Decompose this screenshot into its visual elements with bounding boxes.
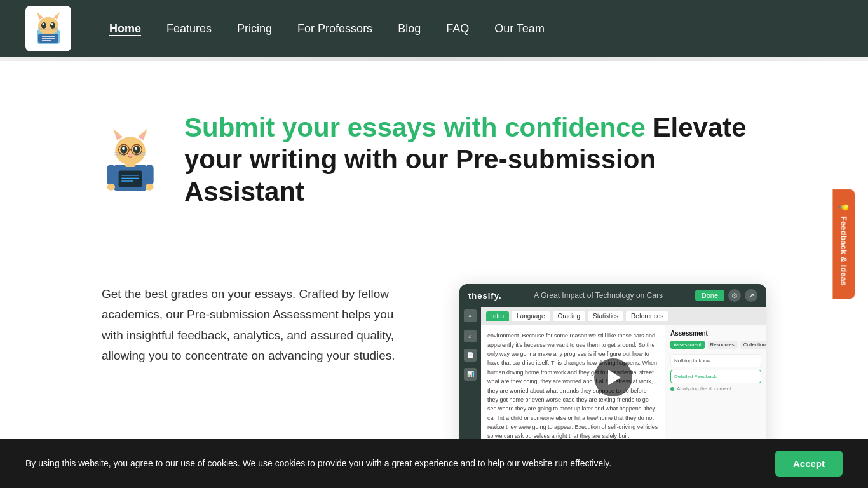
panel-title: Assessment [670, 330, 761, 337]
navigation: Home Features Pricing For Professors Blo… [0, 0, 868, 57]
nav-link-features[interactable]: Features [166, 22, 212, 35]
content-left: Get the best grades on your essays. Craf… [102, 284, 409, 385]
sidebar-icon-1[interactable]: ≡ [464, 309, 477, 322]
nav-link-home[interactable]: Home [109, 22, 141, 35]
svg-point-2 [38, 17, 58, 35]
svg-point-10 [51, 23, 53, 25]
nav-link-pricing[interactable]: Pricing [237, 22, 272, 35]
hero-heading-green: Submit your essays with confidence [184, 112, 646, 142]
nav-item-pricing[interactable]: Pricing [237, 22, 272, 36]
panel-item-1: Nothing to know [670, 354, 761, 367]
svg-point-30 [115, 137, 146, 165]
hero-section: Submit your essays with confidence Eleva… [0, 61, 868, 246]
nav-item-features[interactable]: Features [166, 22, 212, 36]
nav-link-faq[interactable]: FAQ [446, 22, 469, 35]
app-bar: thesify. A Great Impact of Technology on… [459, 284, 766, 307]
hero-text: Submit your essays with confidence Eleva… [184, 112, 766, 208]
panel-tab-resources[interactable]: Resources [707, 341, 738, 349]
cookie-text: By using this website, you agree to our … [25, 457, 750, 470]
app-tabs: Intro Language Grading Statistics Refere… [481, 307, 766, 325]
analyze-dot [670, 387, 674, 391]
panel-item-2: Detailed Feedback [670, 370, 761, 383]
nav-link-blog[interactable]: Blog [398, 22, 421, 35]
svg-point-37 [122, 147, 125, 150]
app-bar-doc-title: A Great Impact of Technology on Cars [508, 291, 689, 300]
cookie-accept-button[interactable]: Accept [775, 451, 843, 477]
hero-mascot [102, 125, 159, 195]
feedback-label: Feedback & Ideas [839, 216, 849, 286]
app-bar-icon-1[interactable]: ⚙ [728, 289, 741, 302]
svg-point-23 [107, 183, 115, 190]
app-bar-icon-2[interactable]: ↗ [745, 289, 757, 302]
app-tab-grading[interactable]: Grading [553, 311, 586, 321]
app-tab-statistics[interactable]: Statistics [588, 311, 623, 321]
app-sidebar: ≡ [459, 307, 481, 325]
app-done-button[interactable]: Done [695, 290, 724, 301]
cookie-banner: By using this website, you agree to our … [0, 439, 868, 488]
nav-item-team[interactable]: Our Team [494, 22, 545, 36]
svg-rect-21 [107, 165, 115, 185]
svg-rect-22 [146, 165, 154, 185]
hero-heading: Submit your essays with confidence Eleva… [184, 112, 766, 208]
app-tab-references[interactable]: References [626, 311, 668, 321]
app-bar-actions: Done ⚙ ↗ [695, 289, 757, 302]
panel-analyzing: Analyzing the document... [670, 386, 761, 391]
nav-link-professors[interactable]: For Professors [297, 22, 372, 35]
body-text: Get the best grades on your essays. Craf… [102, 284, 409, 366]
svg-point-9 [43, 23, 44, 25]
app-tab-intro[interactable]: Intro [486, 311, 509, 321]
nav-item-blog[interactable]: Blog [398, 22, 421, 36]
svg-rect-25 [119, 170, 142, 187]
play-triangle-icon [608, 370, 621, 385]
svg-point-39 [128, 153, 132, 156]
panel-tabs: Assessment Resources Collections [670, 341, 761, 349]
svg-point-38 [135, 147, 137, 150]
analyzing-text: Analyzing the document... [677, 386, 735, 391]
sidebar-icon-home[interactable]: ⌂ [464, 330, 477, 342]
nav-item-home[interactable]: Home [109, 22, 141, 36]
svg-point-24 [146, 183, 154, 190]
svg-point-7 [41, 22, 46, 29]
play-button[interactable] [594, 358, 632, 396]
logo-icon [25, 6, 71, 51]
nav-item-professors[interactable]: For Professors [297, 22, 372, 36]
logo[interactable] [25, 6, 71, 51]
app-bar-logo: thesify. [468, 291, 502, 301]
svg-point-11 [47, 29, 50, 30]
nav-item-faq[interactable]: FAQ [446, 22, 469, 36]
feedback-tab[interactable]: 💡 Feedback & Ideas [833, 189, 855, 299]
sidebar-icon-docs[interactable]: 📄 [464, 349, 477, 362]
feedback-icon: 💡 [839, 202, 849, 212]
nav-link-team[interactable]: Our Team [494, 22, 545, 35]
svg-point-8 [50, 22, 55, 29]
nav-links: Home Features Pricing For Professors Blo… [109, 22, 545, 36]
sidebar-icon-chart[interactable]: 📊 [464, 368, 477, 381]
panel-tab-collections[interactable]: Collections [740, 341, 766, 349]
panel-tab-assessment[interactable]: Assessment [670, 341, 705, 349]
svg-rect-16 [38, 34, 58, 43]
app-tab-language[interactable]: Language [512, 311, 550, 321]
